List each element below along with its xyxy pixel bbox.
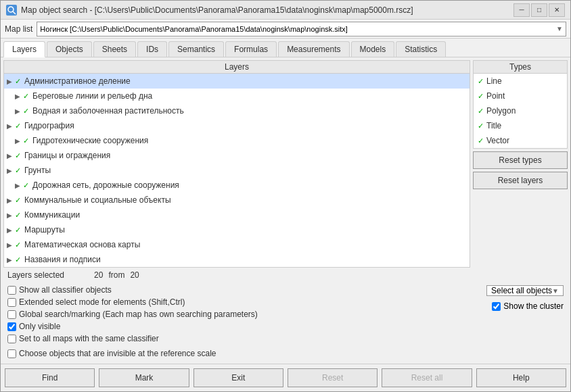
tab-objects[interactable]: Objects xyxy=(47,41,92,57)
tab-statistics[interactable]: Statistics xyxy=(396,41,446,57)
invisible-at-ref-label: Choose objects that are invisible at the… xyxy=(19,349,216,358)
tab-sheets[interactable]: Sheets xyxy=(93,41,136,57)
layer-item[interactable]: ▶ ✓ Границы и ограждения xyxy=(4,148,470,163)
show-classifier-input[interactable] xyxy=(7,286,16,295)
layers-selected-count: 20 xyxy=(94,270,103,280)
type-check-icon: ✓ xyxy=(478,107,484,116)
layers-list[interactable]: ▶ ✓ Административное деление ▶ ✓ Берегов… xyxy=(4,74,470,267)
tabs-row: Layers Objects Sheets IDs Semantics Form… xyxy=(1,39,570,57)
layer-sub-expander: ▶ xyxy=(15,107,23,115)
layer-item[interactable]: ▶ ✓ Математическая основа карты xyxy=(4,237,470,252)
layer-item[interactable]: ▶ ✓ Названия и подписи xyxy=(4,252,470,267)
layer-name: Грунты xyxy=(24,166,467,175)
tab-formulas[interactable]: Formulas xyxy=(225,41,277,57)
layer-item[interactable]: ▶ ✓ Коммуникации xyxy=(4,207,470,222)
tab-semantics[interactable]: Semantics xyxy=(168,41,224,57)
layer-name: Дорожная сеть, дорожные сооружения xyxy=(32,180,467,190)
type-item-point[interactable]: ✓ Point xyxy=(474,89,567,103)
show-classifier-label: Show all classifier objects xyxy=(19,285,112,295)
layer-item[interactable]: ▶ ✓ Гидрография xyxy=(4,118,470,133)
layer-expander: ▶ xyxy=(7,226,15,234)
type-item-title[interactable]: ✓ Title xyxy=(474,118,567,133)
layer-expander: ▶ xyxy=(7,197,15,204)
layer-check-icon: ✓ xyxy=(15,255,24,264)
help-button[interactable]: Help xyxy=(476,368,566,387)
invisible-at-ref-input[interactable] xyxy=(7,349,16,358)
layer-name: Административное деление xyxy=(24,76,467,86)
tab-models[interactable]: Models xyxy=(351,41,395,57)
layer-check-icon: ✓ xyxy=(15,241,24,249)
layers-selected-label: Layers selected xyxy=(7,270,64,280)
only-visible-input[interactable] xyxy=(7,322,16,331)
show-classifier-checkbox[interactable]: Show all classifier objects xyxy=(7,285,348,295)
content-area: Layers ▶ ✓ Административное деление ▶ ✓ … xyxy=(1,57,570,364)
layer-check-icon: ✓ xyxy=(23,107,32,116)
minimize-button[interactable]: ─ xyxy=(513,3,530,17)
set-to-all-maps-checkbox[interactable]: Set to all maps with the same classifier xyxy=(7,334,564,343)
maximize-button[interactable]: □ xyxy=(531,3,547,17)
options-top-row: Show all classifier objects Extended sel… xyxy=(7,285,564,331)
layer-item[interactable]: ▶ ✓ Водная и заболоченная растительность xyxy=(4,103,470,118)
type-name: Vector xyxy=(486,136,509,145)
layer-item[interactable]: ▶ ✓ Административное деление xyxy=(4,74,470,89)
mark-button[interactable]: Mark xyxy=(99,368,189,387)
global-search-checkbox[interactable]: Global search/marking (Each map has own … xyxy=(7,310,348,319)
set-to-all-maps-input[interactable] xyxy=(7,335,16,343)
layers-panel: Layers ▶ ✓ Административное деление ▶ ✓ … xyxy=(3,60,470,268)
layer-expander: ▶ xyxy=(7,78,15,85)
map-list-row: Map list Ногинск [C:\Users\Public\Docume… xyxy=(1,20,570,39)
layer-item[interactable]: ▶ ✓ Гидротехнические сооружения xyxy=(4,133,470,148)
layer-check-icon: ✓ xyxy=(15,211,24,220)
layer-sub-expander: ▶ xyxy=(15,137,23,145)
layer-item[interactable]: ▶ ✓ Дорожная сеть, дорожные сооружения xyxy=(4,178,470,193)
layer-name: Береговые линии и рельеф дна xyxy=(32,91,467,101)
close-button[interactable]: ✕ xyxy=(549,3,565,17)
type-item-line[interactable]: ✓ Line xyxy=(474,74,567,89)
type-item-polygon[interactable]: ✓ Polygon xyxy=(474,103,567,118)
only-visible-checkbox[interactable]: Only visible xyxy=(7,322,348,331)
global-search-label: Global search/marking (Each map has own … xyxy=(19,310,258,319)
exit-button[interactable]: Exit xyxy=(193,368,283,387)
layer-expander: ▶ xyxy=(7,212,15,219)
tab-measurements[interactable]: Measurements xyxy=(278,41,349,57)
layer-expander: ▶ xyxy=(7,256,15,264)
layer-check-icon: ✓ xyxy=(15,226,24,235)
layer-name: Коммуникации xyxy=(24,210,467,220)
extended-select-checkbox[interactable]: Extended select mode for elements (Shift… xyxy=(7,297,348,307)
layer-item[interactable]: ▶ ✓ Коммунальные и социальные объекты xyxy=(4,193,470,207)
map-list-combo[interactable]: Ногинск [C:\Users\Public\Documents\Panor… xyxy=(37,22,566,36)
type-item-vector[interactable]: ✓ Vector xyxy=(474,133,567,148)
layer-check-icon: ✓ xyxy=(15,122,24,130)
select-all-combo[interactable]: Select all objects ▼ xyxy=(486,285,564,296)
layer-item[interactable]: ▶ ✓ Маршруты xyxy=(4,222,470,237)
title-bar: Map object search - [C:\Users\Public\Doc… xyxy=(1,1,570,20)
options-right: Select all objects ▼ Show the cluster xyxy=(354,285,564,311)
type-name: Line xyxy=(486,76,502,86)
tab-layers[interactable]: Layers xyxy=(3,41,45,57)
layers-total-count: 20 xyxy=(130,270,139,280)
global-search-input[interactable] xyxy=(7,310,16,319)
reset-button[interactable]: Reset xyxy=(288,368,378,387)
find-button[interactable]: Find xyxy=(5,368,95,387)
layer-item[interactable]: ▶ ✓ Грунты xyxy=(4,163,470,178)
select-all-label: Select all objects xyxy=(491,286,552,295)
type-check-icon: ✓ xyxy=(478,122,484,130)
invisible-at-ref-checkbox[interactable]: Choose objects that are invisible at the… xyxy=(7,349,564,358)
layer-check-icon: ✓ xyxy=(15,196,24,205)
extended-select-input[interactable] xyxy=(7,298,16,307)
type-name: Point xyxy=(486,91,505,101)
tab-ids[interactable]: IDs xyxy=(137,41,167,57)
show-cluster-input[interactable] xyxy=(492,302,501,311)
reset-types-button[interactable]: Reset types xyxy=(473,151,568,169)
reset-layers-button[interactable]: Reset layers xyxy=(473,172,568,189)
show-cluster-label: Show the cluster xyxy=(503,301,564,311)
type-name: Polygon xyxy=(486,106,516,116)
layer-check-icon: ✓ xyxy=(15,151,24,160)
layer-item[interactable]: ▶ ✓ Береговые линии и рельеф дна xyxy=(4,89,470,103)
map-list-value: Ногинск [C:\Users\Public\Documents\Panor… xyxy=(40,25,556,33)
type-check-icon: ✓ xyxy=(478,137,484,145)
main-window: Map object search - [C:\Users\Public\Doc… xyxy=(0,0,571,392)
reset-all-button[interactable]: Reset all xyxy=(382,368,472,387)
type-name: Title xyxy=(486,121,501,130)
types-box: Types ✓ Line ✓ Point ✓ Polygon ✓ xyxy=(473,60,568,149)
